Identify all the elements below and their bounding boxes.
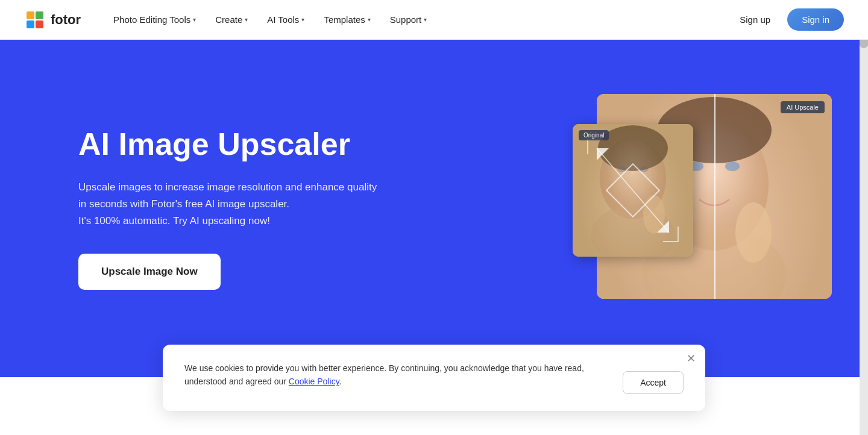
hero-title: AI Image Upscaler (78, 127, 377, 161)
svg-point-7 (725, 161, 740, 171)
svg-rect-4 (36, 20, 43, 28)
cookie-policy-link[interactable]: Cookie Policy (289, 377, 339, 377)
cookie-banner: ✕ We use cookies to provide you with bet… (163, 345, 705, 377)
nav-auth: Sign up Sign in (730, 8, 844, 31)
ai-upscale-label: AI Upscale (781, 101, 825, 113)
cookie-close-button[interactable]: ✕ (687, 353, 696, 364)
navbar: fotor Photo Editing Tools ▾ Create ▾ AI … (0, 0, 868, 40)
chevron-down-icon: ▾ (424, 16, 427, 23)
upscale-cta-button[interactable]: Upscale Image Now (78, 254, 221, 290)
cookie-actions: Accept (623, 361, 684, 377)
hero-description: Upscale images to increase image resolut… (78, 179, 377, 230)
chevron-down-icon: ▾ (301, 16, 304, 23)
svg-rect-3 (27, 20, 34, 28)
logo[interactable]: fotor (24, 9, 81, 31)
signup-button[interactable]: Sign up (730, 10, 780, 30)
fotor-logo-icon (24, 9, 46, 31)
svg-rect-2 (36, 11, 43, 19)
cookie-message: We use cookies to provide you with bette… (184, 361, 623, 377)
nav-links: Photo Editing Tools ▾ Create ▾ AI Tools … (105, 10, 730, 30)
chevron-down-icon: ▾ (193, 16, 196, 23)
scrollbar[interactable] (860, 0, 868, 377)
svg-marker-19 (657, 221, 669, 233)
original-image: Original (573, 124, 693, 257)
comparison-divider (714, 94, 715, 299)
chevron-down-icon: ▾ (368, 16, 371, 23)
nav-item-ai-tools[interactable]: AI Tools ▾ (259, 10, 313, 30)
nav-item-photo-editing[interactable]: Photo Editing Tools ▾ (105, 10, 204, 30)
svg-rect-1 (27, 11, 34, 19)
svg-marker-18 (597, 148, 609, 160)
hero-section: AI Image Upscaler Upscale images to incr… (0, 40, 868, 377)
original-label: Original (579, 130, 609, 140)
svg-point-10 (735, 202, 772, 263)
resize-arrows (573, 124, 693, 257)
logo-text: fotor (51, 12, 81, 28)
cookie-accept-button[interactable]: Accept (623, 371, 684, 377)
hero-content: AI Image Upscaler Upscale images to incr… (78, 127, 377, 289)
signin-button[interactable]: Sign in (787, 8, 844, 31)
svg-line-17 (597, 148, 669, 233)
chevron-down-icon: ▾ (245, 16, 248, 23)
hero-image-comparison: AI Upscale (573, 94, 832, 323)
nav-item-templates[interactable]: Templates ▾ (315, 10, 379, 30)
nav-item-create[interactable]: Create ▾ (207, 10, 256, 30)
nav-item-support[interactable]: Support ▾ (382, 10, 436, 30)
